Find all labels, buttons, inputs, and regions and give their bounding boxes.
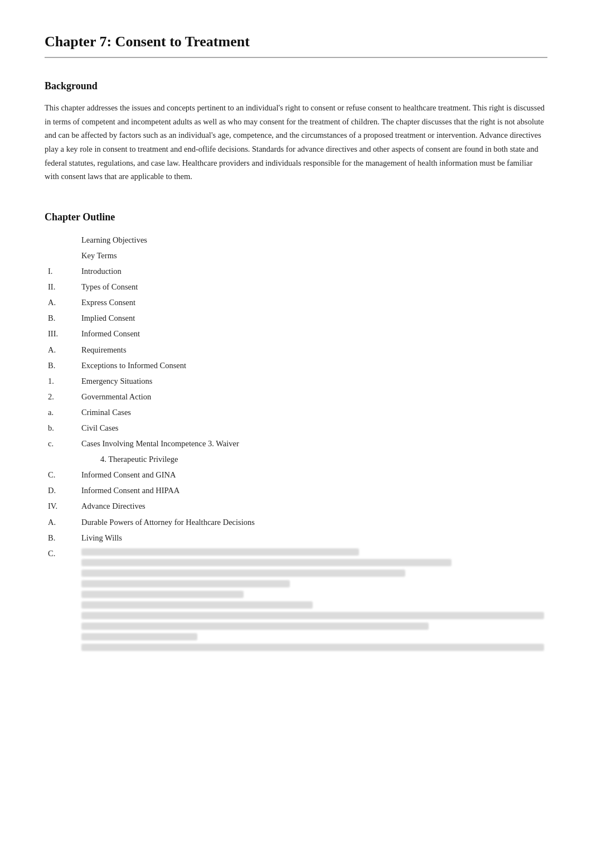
outline-table: Learning Objectives Key Terms I. Introdu…	[45, 232, 547, 655]
outline-row-b1: B. Implied Consent	[45, 310, 547, 326]
outline-num: III.	[45, 326, 78, 341]
outline-label: Durable Powers of Attorney for Healthcar…	[78, 514, 547, 530]
outline-label: Key Terms	[78, 248, 547, 263]
outline-row-a4: A. Durable Powers of Attorney for Health…	[45, 514, 547, 530]
outline-row-a2: A. Requirements	[45, 342, 547, 358]
outline-num	[45, 232, 78, 248]
outline-num: C.	[45, 546, 78, 655]
outline-label: Cases Involving Mental Incompetence 3. W…	[78, 436, 547, 451]
chapter-title: Chapter 7: Consent to Treatment	[45, 33, 547, 58]
outline-row-1: 1. Emergency Situations	[45, 373, 547, 389]
blur-line-4	[81, 580, 290, 587]
outline-row-b2: B. Exceptions to Informed Consent	[45, 358, 547, 373]
outline-row-b4: B. Living Wills	[45, 530, 547, 546]
outline-label: Express Consent	[78, 295, 547, 310]
outline-num: I.	[45, 263, 78, 279]
outline-num	[45, 451, 78, 467]
outline-row-c2: C.	[45, 546, 547, 655]
outline-label: Learning Objectives	[78, 232, 547, 248]
outline-label: Informed Consent and HIPAA	[78, 483, 547, 498]
outline-label: Informed Consent	[78, 326, 547, 341]
outline-section: Chapter Outline Learning Objectives Key …	[45, 211, 547, 655]
outline-row-learning: Learning Objectives	[45, 232, 547, 248]
outline-num: 2.	[45, 389, 78, 404]
outline-num: B.	[45, 358, 78, 373]
outline-heading: Chapter Outline	[45, 211, 547, 223]
outline-label: Civil Cases	[78, 420, 547, 436]
outline-row-4: 4. Therapeutic Privilege	[45, 451, 547, 467]
outline-label: 4. Therapeutic Privilege	[78, 451, 547, 467]
outline-row-iii: III. Informed Consent	[45, 326, 547, 341]
outline-num: D.	[45, 483, 78, 498]
outline-num: C.	[45, 467, 78, 483]
outline-label-blurred	[78, 546, 547, 655]
outline-label: Criminal Cases	[78, 404, 547, 420]
blur-line-2	[81, 559, 452, 566]
outline-label: Types of Consent	[78, 279, 547, 295]
blur-line-5	[81, 591, 244, 598]
outline-num: II.	[45, 279, 78, 295]
outline-label: Advance Directives	[78, 498, 547, 514]
outline-label: Requirements	[78, 342, 547, 358]
outline-num: c.	[45, 436, 78, 451]
blur-line-6	[81, 601, 313, 609]
outline-num: B.	[45, 530, 78, 546]
page-container: Chapter 7: Consent to Treatment Backgrou…	[45, 33, 547, 655]
blur-line-7	[81, 612, 544, 619]
outline-num: A.	[45, 295, 78, 310]
outline-row-i: I. Introduction	[45, 263, 547, 279]
outline-num: a.	[45, 404, 78, 420]
outline-num: b.	[45, 420, 78, 436]
outline-label: Implied Consent	[78, 310, 547, 326]
blur-line-8	[81, 623, 429, 630]
outline-row-keyterms: Key Terms	[45, 248, 547, 263]
outline-row-c1: C. Informed Consent and GINA	[45, 467, 547, 483]
outline-num: B.	[45, 310, 78, 326]
outline-num: IV.	[45, 498, 78, 514]
blur-line-10	[81, 644, 544, 651]
outline-row-b3: b. Civil Cases	[45, 420, 547, 436]
outline-row-d: D. Informed Consent and HIPAA	[45, 483, 547, 498]
outline-label: Living Wills	[78, 530, 547, 546]
outline-num: A.	[45, 342, 78, 358]
blurred-content	[81, 548, 544, 651]
outline-num: 1.	[45, 373, 78, 389]
outline-row-a3: a. Criminal Cases	[45, 404, 547, 420]
background-section: Background This chapter addresses the is…	[45, 80, 547, 184]
outline-label: Informed Consent and GINA	[78, 467, 547, 483]
outline-label: Introduction	[78, 263, 547, 279]
outline-row-ii: II. Types of Consent	[45, 279, 547, 295]
outline-label: Governmental Action	[78, 389, 547, 404]
outline-row-a1: A. Express Consent	[45, 295, 547, 310]
outline-num: A.	[45, 514, 78, 530]
blur-line-3	[81, 570, 405, 577]
outline-row-iv: IV. Advance Directives	[45, 498, 547, 514]
outline-row-c: c. Cases Involving Mental Incompetence 3…	[45, 436, 547, 451]
outline-row-2: 2. Governmental Action	[45, 389, 547, 404]
blur-line-9	[81, 633, 197, 640]
outline-label: Exceptions to Informed Consent	[78, 358, 547, 373]
outline-num	[45, 248, 78, 263]
background-text: This chapter addresses the issues and co…	[45, 101, 547, 184]
background-heading: Background	[45, 80, 547, 92]
blur-line-1	[81, 548, 359, 556]
outline-label: Emergency Situations	[78, 373, 547, 389]
